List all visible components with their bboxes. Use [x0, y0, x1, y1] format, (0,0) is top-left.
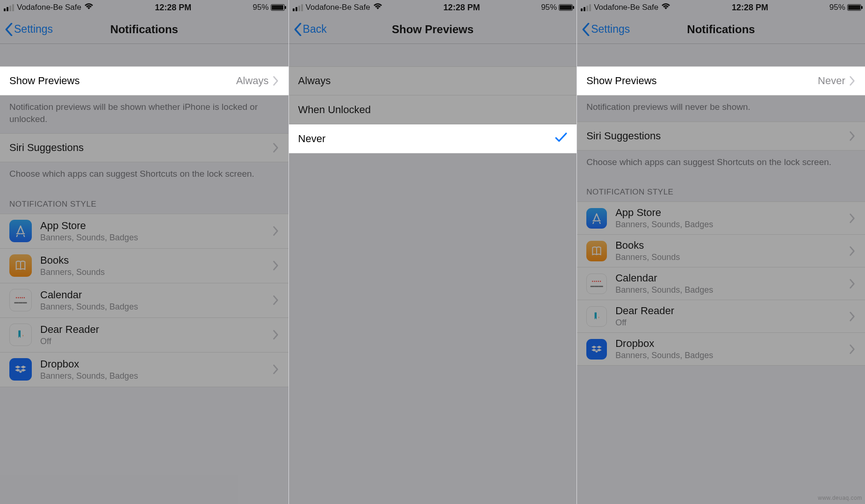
chevron-right-icon	[849, 344, 856, 354]
app-sub: Banners, Sounds, Badges	[40, 302, 273, 312]
show-previews-label: Show Previews	[586, 75, 818, 87]
chevron-right-icon	[273, 143, 279, 153]
show-previews-label: Show Previews	[9, 75, 236, 87]
page-title: Notifications	[687, 23, 755, 36]
chevron-right-icon	[273, 330, 279, 340]
svg-text:,: ,	[598, 313, 599, 318]
app-name: Dear Reader	[615, 305, 849, 317]
chevron-right-icon	[273, 364, 279, 374]
app-row-dropbox[interactable]: Dropbox Banners, Sounds, Badges	[0, 353, 288, 387]
books-icon	[586, 241, 607, 261]
checkmark-icon	[555, 131, 567, 146]
app-sub: Off	[40, 337, 273, 346]
group-header-notification-style: NOTIFICATION STYLE	[0, 188, 288, 214]
siri-footer: Choose which apps can suggest Shortcuts …	[0, 162, 288, 188]
back-button[interactable]: Back	[294, 23, 327, 36]
back-button[interactable]: Settings	[5, 23, 53, 36]
screen-notifications-before: Vodafone-Be Safe 12:28 PM 95% Settings N…	[0, 0, 288, 504]
chevron-right-icon	[273, 260, 279, 271]
app-name: Books	[615, 239, 849, 252]
app-name: Calendar	[615, 272, 849, 284]
option-label: Always	[298, 75, 568, 87]
previews-footer: Notification previews will be shown whet…	[0, 95, 288, 133]
app-sub: Banners, Sounds, Badges	[615, 220, 849, 230]
screen-show-previews: Vodafone-Be Safe 12:28 PM 95% Back Show …	[288, 0, 577, 504]
app-sub: Banners, Sounds, Badges	[615, 351, 849, 360]
chevron-right-icon	[273, 76, 279, 86]
status-bar: Vodafone-Be Safe 12:28 PM 95%	[577, 0, 865, 15]
app-sub: Banners, Sounds	[615, 252, 849, 262]
group-header-notification-style: NOTIFICATION STYLE	[577, 176, 865, 202]
wifi-icon	[373, 3, 382, 12]
carrier-label: Vodafone-Be Safe	[306, 3, 370, 12]
chevron-right-icon	[849, 76, 856, 86]
app-sub: Banners, Sounds	[40, 267, 273, 277]
battery-icon	[847, 4, 861, 11]
app-row-dearreader[interactable]: , Dear Reader Off	[577, 300, 865, 333]
siri-footer: Choose which apps can suggest Shortcuts …	[577, 151, 865, 177]
chevron-right-icon	[849, 311, 856, 322]
app-row-appstore[interactable]: App Store Banners, Sounds, Badges	[0, 214, 288, 249]
show-previews-row[interactable]: Show Previews Never	[577, 66, 865, 95]
app-row-dearreader[interactable]: , Dear Reader Off	[0, 318, 288, 353]
siri-label: Siri Suggestions	[9, 142, 273, 154]
option-label: Never	[298, 133, 555, 145]
dropbox-icon	[586, 339, 607, 360]
page-title: Show Previews	[392, 23, 474, 36]
show-previews-value: Always	[236, 75, 269, 87]
option-always[interactable]: Always	[289, 66, 577, 95]
siri-label: Siri Suggestions	[586, 130, 849, 142]
screen-notifications-after: Vodafone-Be Safe 12:28 PM 95% Settings N…	[577, 0, 865, 504]
back-label: Back	[303, 23, 327, 36]
chevron-left-icon	[582, 23, 590, 36]
carrier-label: Vodafone-Be Safe	[594, 3, 658, 12]
chevron-right-icon	[273, 226, 279, 236]
app-sub: Banners, Sounds, Badges	[40, 233, 273, 243]
svg-text:,: ,	[22, 331, 24, 337]
app-row-calendar[interactable]: ••••• ▬▬▬ Calendar Banners, Sounds, Badg…	[577, 267, 865, 300]
carrier-label: Vodafone-Be Safe	[17, 3, 81, 12]
battery-pct: 95%	[253, 3, 269, 12]
app-row-books[interactable]: Books Banners, Sounds	[0, 249, 288, 283]
app-row-dropbox[interactable]: Dropbox Banners, Sounds, Badges	[577, 333, 865, 366]
clock: 12:28 PM	[732, 3, 768, 13]
battery-pct: 95%	[541, 3, 557, 12]
calendar-icon: ••••• ▬▬▬	[9, 289, 32, 311]
nav-bar: Settings Notifications	[577, 15, 865, 44]
chevron-left-icon	[5, 23, 13, 36]
app-name: Dropbox	[615, 338, 849, 350]
battery-icon	[271, 4, 285, 11]
siri-suggestions-row[interactable]: Siri Suggestions	[0, 133, 288, 162]
signal-icon	[581, 4, 591, 11]
option-when-unlocked[interactable]: When Unlocked	[289, 95, 577, 124]
previews-footer: Notification previews will never be show…	[577, 95, 865, 122]
app-sub: Banners, Sounds, Badges	[615, 285, 849, 295]
appstore-icon	[586, 208, 607, 229]
back-label: Settings	[591, 23, 630, 36]
option-never[interactable]: Never	[289, 124, 577, 153]
clock: 12:28 PM	[443, 3, 480, 13]
battery-icon	[559, 4, 573, 11]
app-row-books[interactable]: Books Banners, Sounds	[577, 235, 865, 267]
app-row-appstore[interactable]: App Store Banners, Sounds, Badges	[577, 202, 865, 235]
siri-suggestions-row[interactable]: Siri Suggestions	[577, 122, 865, 151]
calendar-icon: ••••• ▬▬▬	[586, 274, 607, 294]
back-button[interactable]: Settings	[582, 23, 630, 36]
wifi-icon	[84, 3, 94, 12]
chevron-right-icon	[849, 246, 856, 256]
app-name: Dear Reader	[40, 324, 273, 336]
app-name: App Store	[615, 207, 849, 219]
signal-icon	[4, 4, 14, 11]
dearreader-icon: ,	[9, 324, 32, 346]
books-icon	[9, 254, 32, 277]
wifi-icon	[661, 3, 670, 12]
app-row-calendar[interactable]: ••••• ▬▬▬ Calendar Banners, Sounds, Badg…	[0, 283, 288, 318]
back-label: Settings	[14, 23, 53, 36]
page-title: Notifications	[110, 23, 178, 36]
dearreader-icon: ,	[586, 306, 607, 327]
app-name: Dropbox	[40, 358, 273, 370]
nav-bar: Settings Notifications	[0, 15, 288, 44]
show-previews-row[interactable]: Show Previews Always	[0, 66, 288, 95]
battery-pct: 95%	[829, 3, 845, 12]
app-name: Calendar	[40, 289, 273, 301]
